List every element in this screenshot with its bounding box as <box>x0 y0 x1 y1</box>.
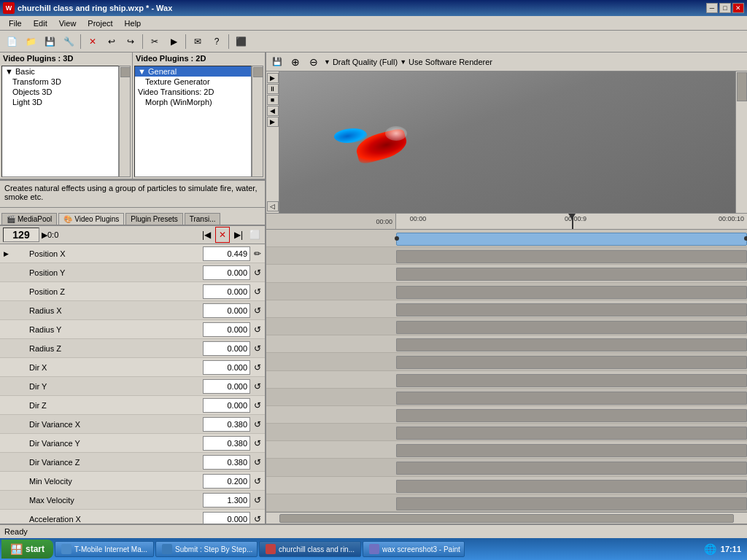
redo-button[interactable]: ↪ <box>122 34 139 50</box>
to-start-button[interactable]: |◀ <box>199 227 214 243</box>
vc-play[interactable]: ▶ <box>267 73 279 83</box>
prop-reset-icon[interactable]: ↺ <box>250 491 265 509</box>
plugin-morph[interactable]: Morph (WinMorph) <box>135 97 251 107</box>
timeline-track[interactable] <box>396 477 747 494</box>
prop-value-input[interactable] <box>203 417 250 432</box>
prop-value-input[interactable] <box>203 360 250 375</box>
stop-button[interactable]: ⬛ <box>232 34 249 50</box>
help-button[interactable]: ? <box>208 34 225 50</box>
save-preview-btn[interactable]: 💾 <box>269 55 285 69</box>
prop-expand-icon[interactable]: ▶ <box>0 244 12 262</box>
prop-reset-icon[interactable]: ↺ <box>250 415 265 433</box>
vc-stop[interactable]: ■ <box>267 95 279 105</box>
prop-reset-icon[interactable]: ↺ <box>250 377 265 395</box>
open-button[interactable]: 📁 <box>22 34 39 50</box>
timeline-scrollbar-h[interactable] <box>266 512 747 524</box>
prop-value-input[interactable] <box>203 246 250 261</box>
prop-value-input[interactable] <box>203 398 250 413</box>
plugin-transform3d[interactable]: Transform 3D <box>2 77 118 87</box>
plugin-objects3d[interactable]: Objects 3D <box>2 87 118 97</box>
taskbar-item-submit[interactable]: Submit : Step By Step... <box>155 541 258 557</box>
prop-reset-icon[interactable]: ↺ <box>250 396 265 414</box>
prop-value-input[interactable] <box>203 455 250 470</box>
menu-edit[interactable]: Edit <box>28 18 53 29</box>
prop-value-input[interactable] <box>203 322 250 337</box>
timeline-track[interactable] <box>396 265 747 281</box>
taskbar-item-paint[interactable]: wax screenshot3 - Paint <box>363 541 465 557</box>
export-button[interactable]: ✉ <box>189 34 206 50</box>
plugin-3d-list[interactable]: ▼ Basic Transform 3D Objects 3D Light 3D <box>1 66 119 177</box>
prop-reset-icon[interactable]: ↺ <box>250 320 265 338</box>
timeline-track[interactable] <box>396 335 747 352</box>
prop-value-input[interactable] <box>203 474 250 489</box>
settings-button[interactable]: 🔧 <box>60 34 77 50</box>
quality-dropdown-arrow[interactable]: ▼ <box>324 58 330 66</box>
prop-reset-icon[interactable]: ↺ <box>250 339 265 357</box>
vc-prev[interactable]: ◀ <box>267 106 279 116</box>
prop-reset-icon[interactable]: ↺ <box>250 263 265 281</box>
timeline-track[interactable] <box>396 318 747 335</box>
vc-back[interactable]: ◁ <box>267 201 279 211</box>
prop-edit-icon[interactable]: ✏ <box>250 244 265 262</box>
prop-value-input[interactable] <box>203 436 250 451</box>
save-button[interactable]: 💾 <box>41 34 58 50</box>
prop-reset-icon[interactable]: ↺ <box>250 282 265 300</box>
undo-button[interactable]: ↩ <box>103 34 120 50</box>
timeline-track[interactable] <box>396 371 747 388</box>
quality-label[interactable]: Draft Quality (Full) <box>333 58 398 66</box>
timeline-track[interactable] <box>396 353 747 370</box>
tab-videoplugins[interactable]: 🎨 Video Plugins <box>58 213 124 225</box>
maximize-button[interactable]: □ <box>719 3 731 13</box>
plugin-2d-scrollbar[interactable] <box>252 66 263 177</box>
renderer-dropdown-arrow[interactable]: ▼ <box>400 58 406 66</box>
renderer-label[interactable]: Use Software Renderer <box>409 58 492 66</box>
taskbar-item-churchill[interactable]: churchill class and rin... <box>259 541 361 557</box>
plugin-texture-gen[interactable]: Texture Generator <box>135 77 251 87</box>
prop-value-input[interactable] <box>203 284 250 299</box>
prop-value-input[interactable] <box>203 303 250 318</box>
zoom-out-btn[interactable]: ⊖ <box>306 55 322 69</box>
to-end-button[interactable]: ▶| <box>231 227 246 243</box>
tab-transitions[interactable]: Transi... <box>185 213 221 225</box>
plugin-3d-scrollbar[interactable] <box>119 66 131 177</box>
play-button[interactable]: ▶ <box>165 34 182 50</box>
new-button[interactable]: 📄 <box>3 34 20 50</box>
cut-button[interactable]: ✕ <box>84 34 101 50</box>
taskbar-item-tmobile[interactable]: T-Mobile Internet Ma... <box>55 541 154 557</box>
prop-value-input[interactable] <box>203 493 250 508</box>
timeline-track[interactable] <box>396 406 747 423</box>
plugin-basic[interactable]: ▼ Basic <box>2 66 118 77</box>
timeline-track[interactable] <box>396 459 747 475</box>
record-button[interactable]: ⬜ <box>247 227 262 243</box>
start-button[interactable]: 🪟 start <box>1 540 53 559</box>
timeline-track[interactable] <box>396 230 747 246</box>
timeline-track[interactable] <box>396 247 747 264</box>
plugin-general[interactable]: ▼ General <box>135 66 251 77</box>
timeline-track[interactable] <box>396 441 747 458</box>
stop-btn[interactable]: ✕ <box>215 227 230 243</box>
vc-next[interactable]: ▶ <box>267 117 279 127</box>
vc-pause[interactable]: ⏸ <box>267 84 279 94</box>
prop-reset-icon[interactable]: ↺ <box>250 510 265 524</box>
close-button[interactable]: ✕ <box>732 3 744 13</box>
preview-scrollbar[interactable] <box>735 71 747 213</box>
timeline-track[interactable] <box>396 494 747 511</box>
prop-value-input[interactable] <box>203 341 250 356</box>
timeline-track[interactable] <box>396 389 747 405</box>
timeline-track[interactable] <box>396 283 747 300</box>
scissors-button[interactable]: ✂ <box>146 34 163 50</box>
timeline-track[interactable] <box>396 424 747 440</box>
menu-view[interactable]: View <box>53 18 82 29</box>
timeline-track[interactable] <box>396 300 747 317</box>
menu-help[interactable]: Help <box>119 18 147 29</box>
timeline-end-marker[interactable] <box>744 236 747 241</box>
menu-file[interactable]: File <box>3 18 28 29</box>
prop-reset-icon[interactable]: ↺ <box>250 358 265 376</box>
plugin-transitions-header[interactable]: Video Transitions: 2D <box>135 87 251 97</box>
prop-value-input[interactable] <box>203 379 250 394</box>
plugin-light3d[interactable]: Light 3D <box>2 97 118 107</box>
tab-pluginpresets[interactable]: Plugin Presets <box>125 213 182 225</box>
tab-mediapool[interactable]: 🎬 MediaPool <box>1 213 57 225</box>
prop-value-input[interactable] <box>203 512 250 524</box>
prop-value-input[interactable] <box>203 265 250 280</box>
